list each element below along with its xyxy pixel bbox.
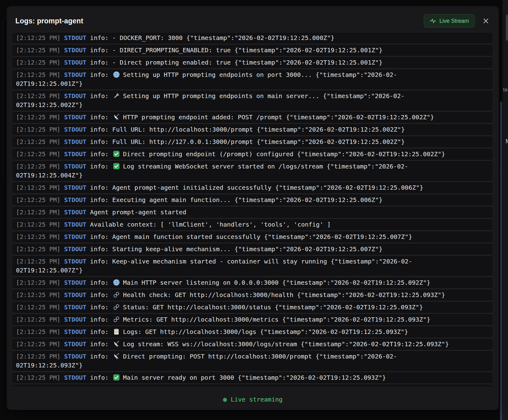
log-stream-badge: STDOUT (64, 196, 86, 204)
log-time: [2:12:25 PM] (16, 196, 61, 204)
page-title: Logs: prompt-agent (15, 17, 83, 25)
log-row: [2:12:25 PM] STDOUT info: Agent prompt-a… (12, 182, 493, 194)
log-stream-badge: STDOUT (64, 208, 86, 216)
log-time: [2:12:25 PM] (16, 316, 61, 323)
logs-dialog: Logs: prompt-agent Live Stream [2:12:25 … (7, 6, 499, 410)
clipboard-icon (112, 328, 123, 335)
log-stream-badge: STDOUT (64, 92, 86, 100)
log-row: [2:12:25 PM] STDOUT info: Full URL: http… (12, 124, 493, 136)
log-row: [2:12:25 PM] STDOUT info: Agent main fun… (12, 231, 493, 243)
activity-pulse-icon (430, 18, 436, 24)
log-row: [2:12:25 PM] STDOUT info: - DOCKER_PORT:… (12, 32, 493, 44)
log-time: [2:12:25 PM] (16, 34, 61, 42)
log-time: [2:12:25 PM] (16, 374, 61, 381)
log-row: [2:12:25 PM] STDOUT info: Log streaming … (12, 160, 493, 181)
log-message: info: Full URL: http://127.0.0.1:3000/pr… (90, 138, 405, 145)
live-streaming-label: Live streaming (231, 396, 283, 403)
scrollbar-thumb[interactable] (506, 15, 508, 41)
live-stream-label: Live Stream (439, 18, 469, 24)
log-stream-badge: STDOUT (64, 46, 86, 54)
log-stream-badge: STDOUT (64, 138, 86, 145)
log-message: info: Metrics: GET http://localhost:3000… (90, 316, 431, 323)
log-row: [2:12:25 PM] STDOUT info: Direct prompti… (12, 351, 493, 371)
globe-icon (112, 279, 123, 286)
log-message: info: Main HTTP server listening on 0.0.… (90, 279, 431, 286)
log-time: [2:12:25 PM] (16, 291, 61, 299)
satellite-icon (112, 353, 123, 360)
log-message: info: Full URL: http://localhost:3000/pr… (90, 126, 405, 133)
log-stream-badge: STDOUT (64, 328, 86, 335)
log-time: [2:12:25 PM] (16, 303, 61, 311)
log-stream-badge: STDOUT (64, 279, 86, 286)
log-time: [2:12:25 PM] (16, 184, 61, 191)
background-text-fragment: M (506, 138, 508, 145)
dialog-header: Logs: prompt-agent Live Stream (7, 6, 499, 32)
log-row: [2:12:25 PM] STDOUT info: - Direct promp… (12, 57, 493, 69)
live-dot-icon (223, 398, 227, 402)
background-right-surface (502, 0, 508, 420)
log-message: info: HTTP prompting endpoint added: POS… (90, 113, 434, 121)
log-time: [2:12:25 PM] (16, 126, 61, 133)
log-message: info: Main server ready on port 3000 {"t… (90, 374, 386, 381)
close-button[interactable] (481, 16, 491, 26)
log-message: info: - DOCKER_PORT: 3000 {"timestamp":"… (90, 34, 335, 42)
check-icon (112, 163, 123, 170)
globe-icon (112, 71, 123, 78)
log-time: [2:12:25 PM] (16, 138, 61, 145)
log-stream-badge: STDOUT (64, 316, 86, 323)
log-stream-badge: STDOUT (64, 59, 86, 66)
check-icon (112, 374, 123, 381)
log-row: [2:12:25 PM] STDOUT info: Logs: GET http… (12, 326, 493, 338)
log-row: [2:12:25 PM] STDOUT info: Main server re… (12, 372, 493, 384)
log-time: [2:12:25 PM] (16, 150, 61, 158)
background-text-fragment: ta (503, 87, 507, 93)
log-time: [2:12:25 PM] (16, 113, 61, 121)
log-row: [2:12:25 PM] STDOUT info: Health check: … (12, 289, 493, 301)
log-time: [2:12:25 PM] (16, 92, 61, 100)
background-divider (502, 82, 508, 83)
log-message: info: Starting keep-alive mechanism... {… (90, 245, 383, 253)
log-stream-badge: STDOUT (64, 126, 86, 133)
log-message: info: Agent prompt-agent initialized suc… (90, 184, 423, 191)
log-stream-badge: STDOUT (64, 233, 86, 240)
log-time: [2:12:25 PM] (16, 46, 61, 54)
link-icon (112, 316, 123, 323)
log-time: [2:12:25 PM] (16, 221, 61, 228)
log-row: [2:12:25 PM] STDOUT info: Setting up HTT… (12, 90, 493, 111)
log-time: [2:12:25 PM] (16, 233, 61, 240)
log-time: [2:12:25 PM] (16, 279, 61, 286)
live-streaming-status: Live streaming (7, 386, 499, 410)
log-message: info: Health check: GET http://localhost… (90, 291, 445, 299)
log-stream-badge: STDOUT (64, 245, 86, 253)
log-time: [2:12:25 PM] (16, 208, 61, 216)
log-message: info: Logs: GET http://localhost:3000/lo… (90, 328, 408, 335)
log-stream-badge: STDOUT (64, 340, 86, 348)
log-stream-badge: STDOUT (64, 150, 86, 158)
log-message: info: - Direct prompting enabled: true {… (90, 59, 383, 66)
log-message: info: Log stream: WSS ws://localhost:300… (90, 340, 449, 348)
log-row: [2:12:25 PM] STDOUT info: Keep-alive mec… (12, 256, 493, 276)
log-time: [2:12:25 PM] (16, 340, 61, 348)
log-message: Agent prompt-agent started (90, 208, 186, 216)
log-stream-badge: STDOUT (64, 353, 86, 360)
log-message: info: Agent main function started succes… (90, 233, 412, 240)
log-list[interactable]: [2:12:25 PM] STDOUT info: - DOCKER_PORT:… (7, 32, 499, 386)
log-message: Available context: [ 'llmClient', 'handl… (90, 221, 331, 228)
log-message: info: - DIRECT_PROMPTING_ENABLED: true {… (90, 46, 383, 54)
log-row: [2:12:25 PM] STDOUT info: Direct prompti… (12, 148, 493, 160)
log-row: [2:12:25 PM] STDOUT info: - DIRECT_PROMP… (12, 44, 493, 56)
log-time: [2:12:25 PM] (16, 163, 61, 170)
satellite-icon (112, 113, 123, 121)
live-stream-button[interactable]: Live Stream (424, 14, 475, 28)
log-row: [2:12:25 PM] STDOUT info: Main HTTP serv… (12, 277, 493, 289)
log-stream-badge: STDOUT (64, 163, 86, 170)
log-stream-badge: STDOUT (64, 291, 86, 299)
log-row: [2:12:25 PM] STDOUT info: Log stream: WS… (12, 338, 493, 350)
log-row: [2:14:19 PM] STDOUT info: Log stream Web… (12, 384, 493, 386)
wrench-icon (112, 92, 123, 100)
link-icon (112, 291, 123, 299)
log-row: [2:12:25 PM] STDOUT info: HTTP prompting… (12, 111, 493, 123)
background-divider (502, 172, 508, 172)
check-icon (112, 150, 123, 158)
log-stream-badge: STDOUT (64, 113, 86, 121)
